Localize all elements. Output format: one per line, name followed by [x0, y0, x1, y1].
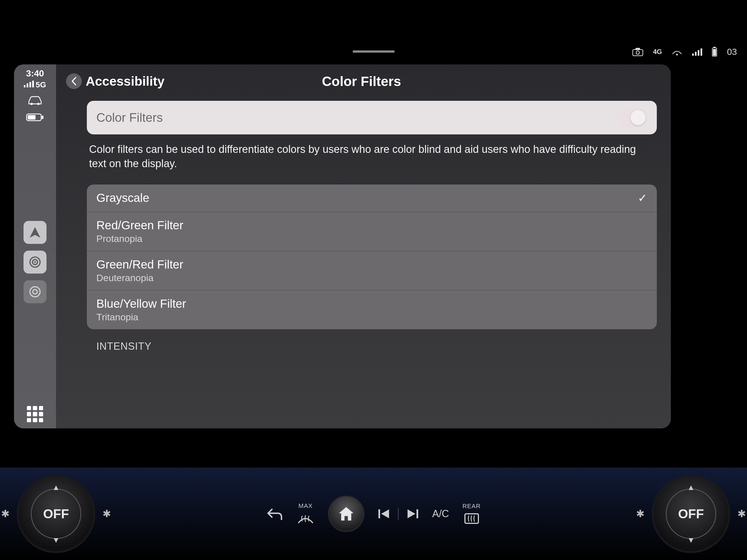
passenger-temp-dial[interactable]: ▲ ▼ ✱ ✱ OFF [652, 475, 730, 553]
prev-track-button[interactable] [378, 508, 390, 519]
chevron-down-icon[interactable]: ▼ [687, 536, 695, 544]
home-button[interactable] [328, 496, 364, 532]
defrost-rear-icon [463, 512, 480, 525]
svg-marker-20 [30, 227, 40, 238]
toggle-label: Color Filters [96, 111, 163, 125]
ac-button[interactable]: A/C [432, 508, 449, 520]
driver-temp-dial[interactable]: ▲ ▼ ✱ ✱ OFF [17, 475, 95, 553]
option-label: Blue/Yellow Filter [96, 297, 186, 311]
option-label: Red/Green Filter [96, 219, 183, 232]
fan-icon[interactable]: ✱ [738, 508, 746, 520]
media-controls [378, 508, 419, 520]
back-button[interactable]: Accessibility [66, 73, 164, 89]
chevron-up-icon[interactable]: ▲ [52, 483, 60, 492]
description-text: Color filters can be used to differentia… [89, 142, 654, 171]
ac-label: A/C [432, 508, 449, 520]
svg-rect-9 [713, 47, 716, 48]
filter-options-list: Grayscale ✓ Red/Green Filter Protanopia … [87, 185, 657, 329]
svg-rect-14 [32, 81, 34, 87]
settings-app-icon[interactable] [24, 280, 47, 303]
app-grid-button[interactable] [27, 406, 43, 422]
dial-value: OFF [31, 488, 81, 539]
sidebar-network-label: 5G [35, 80, 46, 89]
svg-rect-30 [465, 514, 479, 523]
vehicle-control-bar: ▲ ▼ ✱ ✱ OFF MAX [0, 468, 747, 560]
checkmark-icon: ✓ [638, 191, 647, 205]
svg-rect-11 [24, 85, 25, 87]
color-filters-toggle-row[interactable]: Color Filters [87, 101, 657, 134]
svg-rect-12 [27, 83, 28, 87]
svg-point-25 [33, 290, 37, 294]
chevron-down-icon[interactable]: ▼ [52, 536, 60, 544]
network-4g-icon: 4G [653, 48, 662, 56]
switch-knob [630, 110, 646, 125]
defrost-max-button[interactable]: MAX [297, 502, 314, 525]
svg-point-23 [34, 261, 36, 263]
svg-rect-7 [700, 49, 702, 56]
page-title: Color Filters [322, 74, 401, 89]
svg-point-1 [636, 51, 640, 54]
option-sublabel: Protanopia [96, 233, 183, 244]
podcasts-app-icon[interactable] [24, 250, 47, 273]
settings-main: Accessibility Color Filters Color Filter… [56, 64, 671, 428]
next-track-button[interactable] [406, 508, 419, 519]
undo-icon [266, 507, 283, 521]
option-label: Green/Red Filter [96, 258, 183, 271]
filter-option-grayscale[interactable]: Grayscale ✓ [87, 185, 657, 212]
battery-icon [712, 47, 717, 57]
dial-value: OFF [666, 488, 716, 539]
home-icon [337, 505, 355, 522]
svg-rect-2 [636, 48, 640, 50]
carplay-window: 3:40 5G [14, 64, 671, 428]
satellite-icon [671, 47, 682, 56]
option-sublabel: Tritanopia [96, 312, 186, 323]
svg-point-3 [676, 54, 678, 55]
intensity-section-label: INTENSITY [96, 341, 657, 352]
svg-point-16 [37, 103, 40, 105]
signal-bars-icon [692, 48, 702, 56]
chevron-up-icon[interactable]: ▲ [687, 483, 695, 492]
signal-bars-icon [24, 81, 34, 87]
svg-rect-10 [713, 49, 716, 56]
svg-marker-27 [381, 509, 389, 518]
settings-header: Accessibility Color Filters [66, 71, 657, 91]
fan-icon[interactable]: ✱ [1, 508, 9, 520]
svg-rect-13 [29, 82, 31, 87]
filter-option-deuteranopia[interactable]: Green/Red Filter Deuteranopia [87, 251, 657, 290]
chevron-left-icon [66, 73, 82, 89]
filter-option-protanopia[interactable]: Red/Green Filter Protanopia [87, 212, 657, 251]
defrost-rear-label: REAR [462, 503, 481, 510]
svg-rect-19 [28, 115, 35, 119]
defrost-front-icon [297, 512, 314, 525]
separator [398, 508, 398, 520]
filter-option-tritanopia[interactable]: Blue/Yellow Filter Tritanopia [87, 290, 657, 329]
maps-app-icon[interactable] [24, 221, 47, 244]
sidebar-signal: 5G [24, 80, 46, 89]
svg-rect-26 [379, 509, 380, 518]
battery-icon [25, 111, 45, 124]
svg-point-24 [30, 287, 40, 297]
vehicle-status-bar: 4G 03 [0, 45, 747, 59]
svg-rect-18 [42, 116, 44, 119]
back-label: Accessibility [86, 74, 164, 89]
defrost-max-label: MAX [299, 502, 313, 510]
vehicle-time-fragment: 03 [727, 47, 737, 57]
carplay-sidebar: 3:40 5G [14, 64, 56, 428]
svg-rect-0 [633, 50, 643, 56]
fan-icon[interactable]: ✱ [103, 508, 111, 520]
defrost-rear-button[interactable]: REAR [462, 503, 481, 525]
svg-rect-29 [416, 509, 418, 518]
fan-icon[interactable]: ✱ [636, 508, 644, 520]
svg-rect-6 [698, 50, 699, 56]
svg-marker-28 [408, 509, 415, 518]
back-nav-button[interactable] [266, 507, 283, 521]
svg-rect-5 [695, 52, 697, 56]
toggle-switch[interactable] [617, 108, 647, 127]
option-sublabel: Deuteranopia [96, 272, 183, 283]
svg-point-15 [30, 103, 33, 105]
car-icon [25, 93, 45, 107]
sidebar-time: 3:40 [26, 68, 44, 79]
option-label: Grayscale [96, 191, 149, 205]
svg-rect-4 [692, 53, 694, 56]
camera-icon [632, 47, 643, 56]
